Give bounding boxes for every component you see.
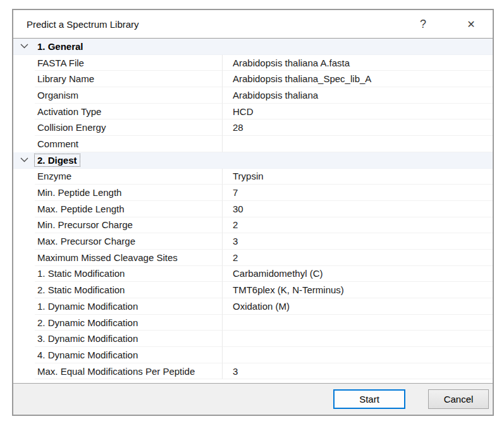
property-label: 1. Dynamic Modification <box>35 298 222 315</box>
property-row-max-peptide-length[interactable]: Max. Peptide Length 30 <box>13 201 493 217</box>
close-icon: ✕ <box>467 18 475 30</box>
property-row-dynamic-modification-4[interactable]: 4. Dynamic Modification <box>13 347 493 363</box>
property-value[interactable]: Oxidation (M) <box>222 298 493 315</box>
row-gutter <box>13 104 35 120</box>
property-grid: 1. General FASTA File Arabidopsis thalia… <box>13 39 493 383</box>
cancel-button[interactable]: Cancel <box>428 389 489 409</box>
property-row-activation-type[interactable]: Activation Type HCD <box>13 104 493 120</box>
property-label: Comment <box>35 136 222 152</box>
property-row-dynamic-modification-3[interactable]: 3. Dynamic Modification <box>13 331 493 347</box>
property-row-static-modification-1[interactable]: 1. Static Modification Carbamidomethyl (… <box>13 266 493 283</box>
property-label: Max. Equal Modifications Per Peptide <box>35 363 222 380</box>
row-gutter <box>13 185 35 201</box>
property-label: Organism <box>35 87 222 104</box>
dialog-title: Predict a Spectrum Library <box>27 19 407 30</box>
property-value[interactable]: TMT6plex (K, N-Terminus) <box>222 282 493 298</box>
property-row-enzyme[interactable]: Enzyme Trypsin <box>13 169 493 185</box>
property-label: FASTA File <box>35 55 222 71</box>
row-gutter <box>13 233 35 250</box>
property-value[interactable]: 28 <box>222 119 493 136</box>
row-gutter <box>13 136 35 152</box>
property-label: Enzyme <box>35 169 222 185</box>
property-value[interactable]: 3 <box>222 233 493 250</box>
row-gutter <box>13 169 35 185</box>
row-gutter <box>13 347 35 363</box>
property-label: 2. Dynamic Modification <box>35 315 222 331</box>
row-gutter <box>13 250 35 266</box>
property-row-organism[interactable]: Organism Arabidopsis thaliana <box>13 87 493 104</box>
property-label: 1. Static Modification <box>35 266 222 283</box>
row-gutter <box>13 331 35 347</box>
property-label: Min. Precursor Charge <box>35 217 222 234</box>
property-value[interactable]: 3 <box>222 363 493 380</box>
property-row-max-missed-cleavage-sites[interactable]: Maximum Missed Cleavage Sites 2 <box>13 250 493 266</box>
start-button[interactable]: Start <box>333 389 405 409</box>
row-gutter <box>13 71 35 87</box>
property-label: Library Name <box>35 71 222 87</box>
property-value[interactable]: Carbamidomethyl (C) <box>222 266 493 283</box>
property-row-fasta-file[interactable]: FASTA File Arabidopsis thaliana A.fasta <box>13 55 493 71</box>
property-row-dynamic-modification-2[interactable]: 2. Dynamic Modification <box>13 315 493 331</box>
property-row-library-name[interactable]: Library Name Arabidopsis thaliana_Spec_l… <box>13 71 493 87</box>
property-value[interactable]: Trypsin <box>222 169 493 185</box>
property-value[interactable]: Arabidopsis thaliana A.fasta <box>222 55 493 71</box>
property-value[interactable]: HCD <box>222 104 493 120</box>
help-icon: ? <box>420 18 426 31</box>
property-value[interactable]: 2 <box>222 250 493 266</box>
property-label: Max. Peptide Length <box>35 201 222 217</box>
property-label: Collision Energy <box>35 119 222 136</box>
property-row-dynamic-modification-1[interactable]: 1. Dynamic Modification Oxidation (M) <box>13 298 493 315</box>
property-row-comment[interactable]: Comment <box>13 136 493 152</box>
row-gutter <box>13 201 35 217</box>
property-label: 2. Static Modification <box>35 282 222 298</box>
property-value[interactable]: Arabidopsis thaliana <box>222 87 493 104</box>
title-bar: Predict a Spectrum Library ? ✕ <box>13 10 493 39</box>
property-row-min-peptide-length[interactable]: Min. Peptide Length 7 <box>13 185 493 201</box>
property-value[interactable] <box>222 315 493 331</box>
property-label: Max. Precursor Charge <box>35 233 222 250</box>
property-value[interactable]: 2 <box>222 217 493 234</box>
property-value[interactable] <box>222 331 493 347</box>
row-gutter <box>13 87 35 104</box>
property-label: 3. Dynamic Modification <box>35 331 222 347</box>
footer-bar: Start Cancel <box>13 383 493 415</box>
help-button[interactable]: ? <box>407 10 439 38</box>
row-gutter <box>13 298 35 315</box>
property-value[interactable] <box>222 136 493 152</box>
chevron-down-icon[interactable] <box>13 157 35 162</box>
close-button[interactable]: ✕ <box>455 10 488 38</box>
property-label: Maximum Missed Cleavage Sites <box>35 250 222 266</box>
section-label-general: 1. General <box>35 41 83 52</box>
property-value[interactable]: 7 <box>222 185 493 201</box>
section-header-digest[interactable]: 2. Digest <box>13 152 493 169</box>
row-gutter <box>13 315 35 331</box>
property-label: Min. Peptide Length <box>35 185 222 201</box>
row-gutter <box>13 55 35 71</box>
row-gutter <box>13 282 35 298</box>
property-label: Activation Type <box>35 104 222 120</box>
row-gutter <box>13 217 35 234</box>
property-row-max-precursor-charge[interactable]: Max. Precursor Charge 3 <box>13 233 493 250</box>
property-row-min-precursor-charge[interactable]: Min. Precursor Charge 2 <box>13 217 493 234</box>
property-label: 4. Dynamic Modification <box>35 347 222 363</box>
chevron-down-icon[interactable] <box>13 44 35 49</box>
property-value[interactable]: Arabidopsis thaliana_Spec_lib_A <box>222 71 493 87</box>
property-row-max-equal-modifications[interactable]: Max. Equal Modifications Per Peptide 3 <box>13 363 493 380</box>
section-label-digest: 2. Digest <box>35 154 80 166</box>
property-row-static-modification-2[interactable]: 2. Static Modification TMT6plex (K, N-Te… <box>13 282 493 298</box>
property-value[interactable] <box>222 347 493 363</box>
predict-spectrum-library-dialog: Predict a Spectrum Library ? ✕ 1. Genera… <box>12 9 494 416</box>
property-row-collision-energy[interactable]: Collision Energy 28 <box>13 119 493 136</box>
row-gutter <box>13 363 35 380</box>
property-value[interactable]: 30 <box>222 201 493 217</box>
row-gutter <box>13 266 35 283</box>
section-header-general[interactable]: 1. General <box>13 39 493 55</box>
row-gutter <box>13 119 35 136</box>
